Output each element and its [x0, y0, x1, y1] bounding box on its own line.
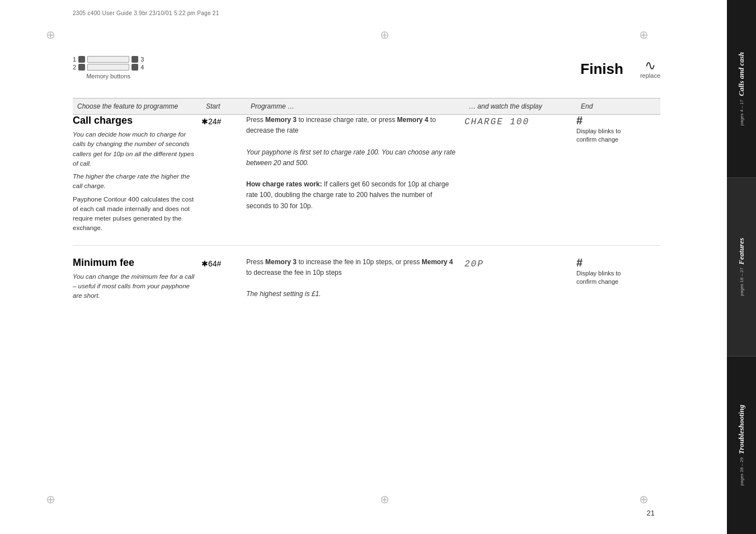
crosshair-topright: ⊕: [637, 28, 650, 41]
mem-num-4: 4: [140, 64, 144, 71]
crosshair-topleft: ⊕: [44, 28, 57, 41]
col-watch-min-fee: 20P: [464, 257, 576, 305]
th-start: Start: [201, 101, 246, 111]
crosshair-topmid: ⊕: [378, 28, 391, 41]
section-desc-call-charges-3: Payphone Contour 400 calculates the cost…: [73, 195, 196, 233]
sidebar-section-calls: Calls and cash pages 4 – 17: [727, 0, 756, 178]
top-meta: 2305 c400 User Guide 3.9br 23/10/01 5:22…: [73, 10, 219, 16]
memory-buttons-label: Memory buttons: [73, 73, 144, 79]
start-code-call-charges: ✱24#: [201, 117, 243, 126]
sidebar: Calls and cash pages 4 – 17 Features pag…: [727, 0, 756, 534]
col-programme-min-fee: Press Memory 3 to increase the fee in 10…: [246, 257, 464, 305]
end-text-min-fee: Display blinks to confirm change: [576, 269, 621, 287]
programme-text-call-charges: Press Memory 3 to increase charge rate, …: [246, 115, 459, 212]
memory-buttons-diagram: 1 3 2 4 Memory buttons: [73, 56, 144, 79]
col-watch-call-charges: CHARGE 100: [464, 115, 576, 237]
end-symbol-min-fee: #: [576, 257, 621, 268]
mem-button-3: [132, 56, 138, 63]
col-start-min-fee: ✱64#: [201, 257, 246, 305]
section-title-min-fee: Minimum fee: [73, 257, 196, 269]
end-symbol-call-charges: #: [576, 115, 621, 126]
mem-num-3: 3: [140, 56, 144, 63]
sidebar-pages-features: pages 18 – 27: [739, 268, 744, 296]
section-desc-call-charges-1: You can decide how much to charge for ca…: [73, 130, 196, 168]
col-start-call-charges: ✱24#: [201, 115, 246, 237]
mem-bar-bottom: [87, 64, 129, 71]
col-programme-call-charges: Press Memory 3 to increase charge rate, …: [246, 115, 464, 237]
col-choose-min-fee: Minimum fee You can change the minimum f…: [73, 257, 201, 305]
page-container: 2305 c400 User Guide 3.9br 23/10/01 5:22…: [0, 0, 727, 534]
end-text-call-charges: Display blinks to confirm change: [576, 127, 621, 144]
programme-text-min-fee: Press Memory 3 to increase the fee in 10…: [246, 257, 459, 300]
col-choose-call-charges: Call charges You can decide how much to …: [73, 115, 201, 237]
sidebar-pages-troubleshooting: pages 28 – 29: [739, 457, 744, 486]
col-end-call-charges: # Display blinks to confirm change: [576, 115, 621, 237]
mem-button-1: [78, 56, 85, 63]
sidebar-label-calls: Calls and cash: [737, 52, 746, 96]
th-choose: Choose the feature to programme: [73, 101, 201, 111]
th-watch: … and watch the display: [464, 101, 576, 111]
finish-area: Finish ∿ replace: [580, 59, 660, 79]
section-minimum-fee: Minimum fee You can change the minimum f…: [73, 257, 660, 313]
sidebar-section-troubleshooting: Troubleshooting pages 28 – 29: [727, 357, 756, 534]
sidebar-label-troubleshooting: Troubleshooting: [737, 405, 746, 454]
col-end-min-fee: # Display blinks to confirm change: [576, 257, 621, 305]
mem-num-1: 1: [73, 56, 76, 63]
sidebar-section-features: Features pages 18 – 27: [727, 178, 756, 356]
section-desc-call-charges-2: The higher the charge rate the higher th…: [73, 172, 196, 191]
display-min-fee: 20P: [464, 259, 571, 269]
mem-num-2: 2: [73, 64, 76, 71]
section-desc-min-fee: You can change the minimum fee for a cal…: [73, 272, 196, 301]
section-call-charges: Call charges You can decide how much to …: [73, 115, 660, 246]
start-code-min-fee: ✱64#: [201, 259, 243, 268]
table-header: Choose the feature to programme Start Pr…: [73, 98, 660, 115]
content-area: Call charges You can decide how much to …: [73, 115, 660, 324]
finish-icon: ∿: [645, 59, 656, 72]
crosshair-bottommid: ⊕: [378, 493, 391, 506]
sidebar-pages-calls: pages 4 – 17: [739, 100, 744, 125]
sidebar-label-features: Features: [737, 238, 746, 265]
page-number: 21: [647, 509, 655, 517]
th-programme: Programme …: [246, 101, 464, 111]
finish-replace-label: replace: [640, 72, 660, 79]
display-call-charges: CHARGE 100: [464, 117, 571, 127]
finish-title: Finish: [580, 60, 623, 78]
crosshair-bottomright: ⊕: [637, 493, 650, 506]
mem-button-2: [78, 64, 85, 71]
crosshair-bottomleft: ⊕: [44, 493, 57, 506]
th-end: End: [576, 101, 621, 111]
mem-button-4: [132, 64, 138, 71]
section-title-call-charges: Call charges: [73, 115, 196, 127]
mem-bar-top: [87, 56, 129, 63]
